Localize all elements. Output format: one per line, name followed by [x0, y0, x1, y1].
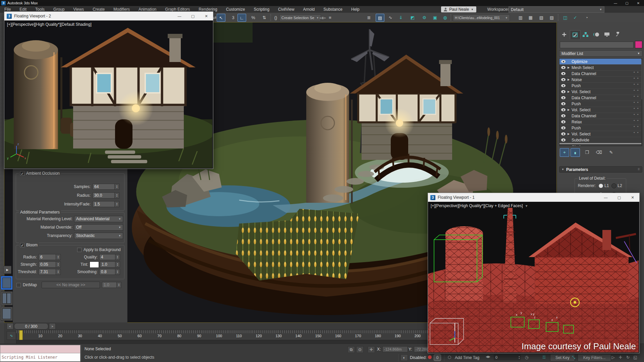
visibility-eye-icon[interactable] — [561, 72, 566, 75]
expand-arrow-icon[interactable]: ▶ — [568, 90, 572, 93]
listener-script-pane[interactable]: Scripting Mini Listener — [0, 353, 80, 361]
tab-hierarchy[interactable] — [581, 30, 591, 39]
scene-script-3-icon[interactable]: ▧ — [537, 14, 545, 21]
next-frame-button[interactable]: > — [49, 323, 56, 329]
arc-rotate-icon[interactable]: ◔ — [583, 14, 591, 21]
modifier-stack-scrollbar[interactable] — [641, 59, 642, 146]
material-rendering-level-dropdown[interactable]: Advanced Material▼ — [74, 216, 123, 222]
mini-curve-editor-button[interactable]: ∿ — [7, 331, 16, 340]
frame-step-arrows-icon[interactable]: ◀▶ — [486, 355, 490, 358]
align-icon[interactable]: ≡ — [326, 14, 334, 21]
bloom-smoothing-field[interactable]: 0.8▲▼ — [99, 269, 120, 275]
set-keys-key-icon[interactable]: ⚿ — [541, 354, 547, 360]
modifier-stack-item-relax[interactable]: Relax+ + — [559, 119, 642, 125]
modifier-stack-item-push[interactable]: Push+ + — [559, 101, 642, 107]
modifier-stack-item-push[interactable]: Push+ + — [559, 125, 642, 131]
ambient-occlusion-checkbox[interactable]: ✓ — [20, 171, 24, 176]
curve-editor-icon[interactable]: ∿ — [386, 14, 394, 21]
pin-stack-icon[interactable]: ⌖ — [560, 148, 569, 157]
maximize-icon[interactable]: ▢ — [612, 193, 626, 202]
select-object-icon[interactable]: ↖ — [217, 14, 225, 22]
viewport-1-label[interactable]: [+][Perspective][High Quality*][Clay + E… — [431, 203, 528, 208]
snaps-toggle-icon[interactable]: 3 — [229, 14, 237, 21]
transparency-dropdown[interactable]: Stochastic▼ — [74, 233, 123, 239]
samples-field[interactable]: 64▲▼ — [93, 184, 119, 190]
add-time-tag[interactable]: Add Time Tag — [455, 355, 479, 360]
visibility-eye-icon[interactable] — [561, 84, 566, 87]
modifier-stack-item-circle[interactable]: Circle — [559, 143, 642, 146]
material-override-dropdown[interactable]: Off▼ — [74, 224, 123, 231]
floating-viewport-2-window[interactable]: 3 Floating Viewport - 2 — ▢ ✕ [+][Perspe… — [4, 11, 213, 169]
time-configuration-icon[interactable]: ◷ — [523, 354, 530, 360]
bloom-radius-field[interactable]: 6▲▼ — [39, 254, 61, 260]
floating-viewport-2-canvas[interactable]: [+][Perspective][High Quality*][Default … — [4, 20, 213, 168]
intensity-fade-field[interactable]: 1.5▲▼ — [93, 201, 119, 207]
previous-frame-button[interactable]: < — [7, 323, 13, 329]
object-name-field[interactable] — [560, 42, 634, 48]
modifier-stack-item-mesh-select[interactable]: ▶Mesh Select — [559, 65, 642, 71]
angle-snap-icon[interactable]: ∟ — [237, 14, 246, 22]
save-scene-icon[interactable]: ◫ — [561, 14, 569, 21]
show-end-result-icon[interactable]: ∎ — [571, 148, 580, 157]
radius-field[interactable]: 30.0▲▼ — [93, 192, 119, 198]
window-minimize-button[interactable]: — — [610, 0, 621, 6]
render-production-icon[interactable]: ◍ — [441, 14, 449, 21]
named-selection-sets-icon[interactable]: {} — [272, 14, 280, 21]
frame-counter[interactable]: 0 / 300 — [14, 323, 48, 329]
project-folder-dropdown[interactable]: H:\Clients\au...eModeling_001▼ — [453, 14, 510, 21]
tab-create[interactable] — [559, 30, 569, 39]
close-icon[interactable]: ✕ — [200, 12, 213, 20]
modifier-stack-item-push[interactable]: Push+ + — [559, 83, 642, 89]
renderer-l1-radio[interactable] — [598, 183, 603, 188]
tab-motion[interactable] — [591, 30, 601, 39]
minimize-icon[interactable]: — — [173, 12, 186, 20]
maximize-viewport-icon[interactable]: ◱ — [632, 354, 639, 360]
spinner-arrows-icon[interactable]: ▲▼ — [114, 193, 119, 198]
menu-scripting[interactable]: Scripting — [249, 6, 274, 13]
viewport-layout-tab-1[interactable] — [1, 276, 13, 290]
menu-substance[interactable]: Substance — [319, 6, 347, 13]
parameters-rollout-header[interactable]: ▼ Parameters ⠿ — [559, 166, 642, 173]
time-slider-playhead[interactable] — [19, 330, 23, 341]
scene-script-1-icon[interactable]: ▥ — [517, 14, 525, 21]
remove-modifier-icon[interactable]: ⌫ — [595, 148, 603, 156]
schematic-view-icon[interactable]: ⇓ — [397, 14, 405, 21]
scene-script-2-icon[interactable]: ▦ — [527, 14, 535, 21]
floating-viewport-2-titlebar[interactable]: 3 Floating Viewport - 2 — ▢ ✕ — [4, 12, 213, 20]
mirror-icon[interactable]: ◅▻ — [319, 14, 327, 21]
scene-script-4-icon[interactable]: ▨ — [548, 14, 556, 21]
visibility-eye-icon[interactable] — [561, 108, 566, 111]
spinner-arrows-icon[interactable]: ▲▼ — [114, 201, 119, 207]
modifier-stack-item-vol-select[interactable]: ▶Vol. Select+ + — [559, 89, 642, 95]
make-unique-icon[interactable]: ❐ — [583, 148, 591, 156]
layer-explorer-icon[interactable]: ≣ — [365, 14, 373, 21]
rendered-frame-window-icon[interactable]: ▣ — [431, 14, 439, 21]
render-setup-icon[interactable]: ⚙ — [420, 14, 428, 21]
menu-customize[interactable]: Customize — [222, 6, 250, 13]
menu-arnold[interactable]: Arnold — [299, 6, 319, 13]
auto-key-record-dot[interactable] — [428, 355, 432, 359]
material-editor-icon[interactable]: ◩ — [409, 14, 417, 21]
bloom-quality-field[interactable]: 4▲▼ — [99, 254, 120, 260]
renderer-l2-radio[interactable] — [611, 183, 616, 188]
floating-viewport-1-window[interactable]: 3 Floating Viewport - 1 — ▢ ✕ [+][Perspe… — [428, 193, 640, 353]
modifier-stack-item-vol-select[interactable]: ▶Vol. Select+ + — [559, 107, 642, 113]
x-coord-field[interactable]: -124.868m — [382, 346, 408, 352]
validate-icon[interactable]: ✓ — [571, 14, 579, 21]
current-frame-field[interactable]: 0 — [494, 354, 521, 360]
orbit-icon[interactable]: ↻ — [625, 354, 631, 360]
dirtmap-checkbox[interactable] — [16, 283, 21, 287]
visibility-eye-icon[interactable] — [561, 96, 566, 99]
window-close-button[interactable]: ✕ — [633, 0, 644, 6]
frame-spinner-icon[interactable]: ▲▼ — [518, 354, 521, 360]
workspace-dropdown[interactable]: Default ▼ — [508, 6, 604, 13]
modifier-list-dropdown[interactable]: Modifier List ▼ — [559, 50, 642, 57]
floating-viewport-1-titlebar[interactable]: 3 Floating Viewport - 1 — ▢ ✕ — [428, 193, 639, 202]
user-account-button[interactable]: Paul Neale ▼ — [441, 6, 476, 12]
selection-lock-icon[interactable]: ⊙ — [356, 346, 364, 353]
pan-hand-icon[interactable]: ✛ — [617, 354, 624, 360]
expand-panel-button[interactable]: ▶ — [3, 266, 11, 274]
expand-arrow-icon[interactable]: ▶ — [568, 78, 572, 81]
expand-arrow-icon[interactable]: ▶ — [568, 66, 572, 69]
modifier-stack-item-noise[interactable]: ▶Noise+ + — [559, 77, 642, 83]
